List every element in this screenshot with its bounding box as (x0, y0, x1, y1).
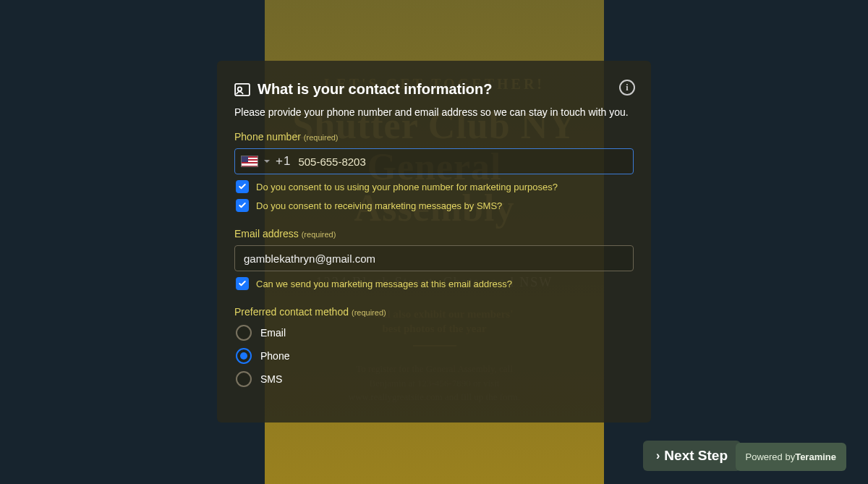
next-step-button[interactable]: › Next Step (643, 441, 741, 471)
phone-input-wrap[interactable]: +1 (234, 148, 634, 174)
consent-sms-label: Do you consent to receiving marketing me… (256, 200, 502, 211)
country-dropdown-caret-icon[interactable] (264, 160, 270, 163)
info-icon[interactable]: i (619, 80, 635, 95)
radio-phone-label: Phone (260, 350, 289, 362)
radio-email[interactable] (236, 325, 252, 341)
next-step-label: Next Step (664, 448, 728, 464)
modal-description: Please provide your phone number and ema… (234, 106, 634, 118)
phone-label: Phone number(required) (234, 131, 634, 143)
powered-by-badge[interactable]: Powered byTeramine (736, 443, 847, 471)
modal-title: What is your contact information? (258, 81, 492, 98)
email-input-wrap[interactable] (234, 245, 634, 271)
flag-us-icon[interactable] (241, 156, 258, 167)
svg-point-1 (238, 87, 242, 90)
radio-email-label: Email (260, 327, 286, 339)
consent-phone-marketing-label: Do you consent to us using your phone nu… (256, 182, 558, 192)
email-input[interactable] (242, 252, 626, 266)
checkbox-sms-consent[interactable] (236, 199, 249, 212)
radio-sms-label: SMS (260, 373, 282, 385)
consent-email-label: Can we send you marketing messages at th… (256, 279, 512, 289)
radio-phone[interactable] (236, 348, 252, 364)
phone-input[interactable] (297, 155, 627, 169)
email-label: Email address(required) (234, 228, 634, 239)
phone-prefix: +1 (276, 154, 291, 169)
contact-card-icon (234, 83, 250, 96)
chevron-right-icon: › (656, 449, 660, 462)
checkbox-phone-marketing[interactable] (236, 180, 249, 193)
contact-info-modal: What is your contact information? i Plea… (217, 61, 651, 423)
preferred-contact-label: Preferred contact method(required) (234, 306, 634, 318)
radio-sms[interactable] (236, 371, 252, 387)
checkbox-email-consent[interactable] (236, 277, 249, 290)
